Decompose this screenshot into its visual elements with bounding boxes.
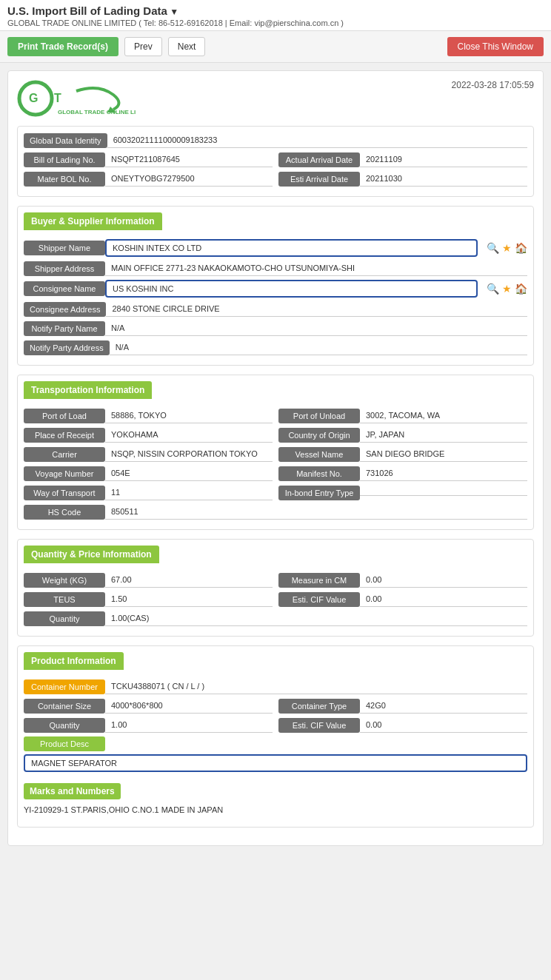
hs-code-value: 850511: [105, 504, 527, 520]
voyage-row: Voyage Number 054E Manifest No. 731026: [24, 466, 527, 481]
marks-numbers-label: Marks and Numbers: [24, 783, 121, 799]
page-title: U.S. Import Bill of Lading Data: [7, 4, 167, 17]
shipper-address-label: Shipper Address: [24, 261, 105, 276]
port-load-value: 58886, TOKYO: [105, 408, 273, 423]
consignee-address-row: Consignee Address 2840 STONE CIRCLE DRIV…: [24, 301, 527, 317]
consignee-name-label: Consignee Name: [24, 281, 105, 296]
product-desc-value: MAGNET SEPARATOR: [24, 754, 527, 772]
hs-code-label: HS Code: [24, 505, 105, 520]
weight-row: Weight (KG) 67.00 Measure in CM 0.00: [24, 572, 527, 588]
measure-label: Measure in CM: [278, 573, 360, 588]
doc-timestamp: 2022-03-28 17:05:59: [452, 80, 534, 90]
close-button[interactable]: Close This Window: [447, 37, 544, 56]
next-button[interactable]: Next: [168, 37, 206, 56]
voyage-value: 054E: [105, 466, 273, 481]
buyer-supplier-section: Buyer & Supplier Information Shipper Nam…: [17, 206, 534, 366]
container-size-value: 4000*806*800: [105, 698, 273, 714]
consignee-star-icon[interactable]: ★: [502, 283, 512, 295]
consignee-address-value: 2840 STONE CIRCLE DRIVE: [106, 301, 527, 317]
product-info-section: Product Information Container Number TCK…: [17, 645, 534, 828]
in-bond-label: In-bond Entry Type: [278, 486, 360, 500]
print-button[interactable]: Print Trade Record(s): [7, 37, 118, 56]
container-number-label: Container Number: [24, 679, 105, 694]
way-transport-row: Way of Transport 11 In-bond Entry Type: [24, 485, 527, 500]
product-quantity-group: Quantity 1.00: [24, 717, 273, 733]
voyage-group: Voyage Number 054E: [24, 466, 273, 481]
global-data-identity-group: Global Data Identity 6003202111100000918…: [24, 132, 527, 148]
place-receipt-group: Place of Receipt YOKOHAMA: [24, 427, 273, 443]
weight-value: 67.00: [105, 572, 273, 588]
svg-text:T: T: [54, 92, 61, 104]
vessel-name-label: Vessel Name: [278, 447, 360, 462]
container-type-group: Container Type 42G0: [278, 698, 527, 714]
svg-text:G: G: [29, 92, 38, 104]
shipper-name-group: Shipper Name KOSHIN INTEX CO LTD 🔍 ★ 🏠: [24, 239, 527, 257]
notify-party-address-row: Notify Party Address N/A: [24, 340, 527, 355]
country-origin-group: Country of Origin JP, JAPAN: [278, 427, 527, 443]
vessel-name-group: Vessel Name SAN DIEGO BRIDGE: [278, 446, 527, 462]
way-transport-group: Way of Transport 11: [24, 485, 273, 500]
esti-cif-group: Esti. CIF Value 0.00: [278, 591, 527, 607]
container-size-row: Container Size 4000*806*800 Container Ty…: [24, 698, 527, 714]
notify-party-name-value: N/A: [105, 320, 527, 336]
container-number-value: TCKU4388071 ( CN / L / ): [105, 679, 527, 694]
country-origin-value: JP, JAPAN: [360, 427, 527, 443]
container-size-group: Container Size 4000*806*800: [24, 698, 273, 714]
consignee-name-group: Consignee Name US KOSHIN INC 🔍 ★ 🏠: [24, 280, 527, 298]
bol-row: Bill of Lading No. NSQPT211087645 Actual…: [24, 152, 527, 167]
quantity-price-title: Quantity & Price Information: [24, 546, 159, 563]
top-bar: U.S. Import Bill of Lading Data ▼ GLOBAL…: [0, 0, 551, 31]
consignee-home-icon[interactable]: 🏠: [515, 283, 527, 295]
weight-label: Weight (KG): [24, 573, 105, 588]
shipper-address-row: Shipper Address MAIN OFFICE 2771-23 NAKA…: [24, 261, 527, 276]
prev-button[interactable]: Prev: [124, 37, 162, 56]
quantity-price-grid: Weight (KG) 67.00 Measure in CM 0.00 TEU…: [18, 569, 533, 636]
notify-party-address-value: N/A: [110, 340, 527, 355]
product-desc-row: Product Desc MAGNET SEPARATOR: [24, 736, 527, 775]
port-unload-label: Port of Unload: [278, 409, 360, 423]
marks-numbers-row: Marks and Numbers YI-210929-1 ST.PARIS,O…: [24, 779, 527, 817]
bol-group: Bill of Lading No. NSQPT211087645: [24, 152, 273, 167]
esti-cif-label: Esti. CIF Value: [278, 592, 360, 607]
global-data-identity-row: Global Data Identity 6003202111100000918…: [24, 132, 527, 148]
dropdown-arrow[interactable]: ▼: [170, 7, 178, 17]
search-icon[interactable]: 🔍: [487, 242, 499, 254]
notify-party-address-label: Notify Party Address: [24, 340, 110, 355]
voyage-label: Voyage Number: [24, 466, 105, 481]
consignee-search-icon[interactable]: 🔍: [487, 283, 499, 295]
container-size-label: Container Size: [24, 699, 105, 714]
teus-group: TEUS 1.50: [24, 591, 273, 607]
country-origin-label: Country of Origin: [278, 428, 360, 443]
home-icon[interactable]: 🏠: [515, 242, 527, 254]
place-receipt-row: Place of Receipt YOKOHAMA Country of Ori…: [24, 427, 527, 443]
transportation-section: Transportation Information Port of Load …: [17, 375, 534, 530]
buyer-supplier-title: Buyer & Supplier Information: [24, 212, 162, 230]
consignee-icons: 🔍 ★ 🏠: [482, 283, 527, 295]
carrier-row: Carrier NSQP, NISSIN CORPORATION TOKYO V…: [24, 446, 527, 462]
place-receipt-label: Place of Receipt: [24, 428, 105, 443]
teus-value: 1.50: [105, 591, 273, 607]
in-bond-group: In-bond Entry Type: [278, 485, 527, 500]
container-number-group: Container Number TCKU4388071 ( CN / L / …: [24, 679, 527, 694]
shipper-icons: 🔍 ★ 🏠: [482, 242, 527, 254]
port-load-label: Port of Load: [24, 409, 105, 423]
shipper-name-value: KOSHIN INTEX CO LTD: [105, 239, 478, 257]
star-icon[interactable]: ★: [502, 242, 512, 254]
measure-group: Measure in CM 0.00: [278, 572, 527, 588]
measure-value: 0.00: [360, 572, 527, 588]
product-esti-cif-label: Esti. CIF Value: [278, 718, 360, 733]
container-type-value: 42G0: [360, 698, 527, 714]
quantity-label: Quantity: [24, 611, 105, 626]
consignee-address-group: Consignee Address 2840 STONE CIRCLE DRIV…: [24, 301, 527, 317]
subtitle: GLOBAL TRADE ONLINE LIMITED ( Tel: 86-51…: [7, 19, 544, 27]
product-info-title: Product Information: [24, 652, 124, 670]
port-load-row: Port of Load 58886, TOKYO Port of Unload…: [24, 408, 527, 423]
container-number-row: Container Number TCKU4388071 ( CN / L / …: [24, 679, 527, 694]
bol-value: NSQPT211087645: [105, 152, 273, 167]
notify-party-address-group: Notify Party Address N/A: [24, 340, 527, 355]
logo-svg: G T GLOBAL TRADE ONLINE LIMITED: [17, 80, 136, 117]
hs-code-row: HS Code 850511: [24, 504, 527, 520]
shipper-address-value: MAIN OFFICE 2771-23 NAKAOKAMOTO-CHO UTSU…: [105, 261, 527, 276]
manifest-no-label: Manifest No.: [278, 466, 360, 481]
carrier-group: Carrier NSQP, NISSIN CORPORATION TOKYO: [24, 446, 273, 462]
